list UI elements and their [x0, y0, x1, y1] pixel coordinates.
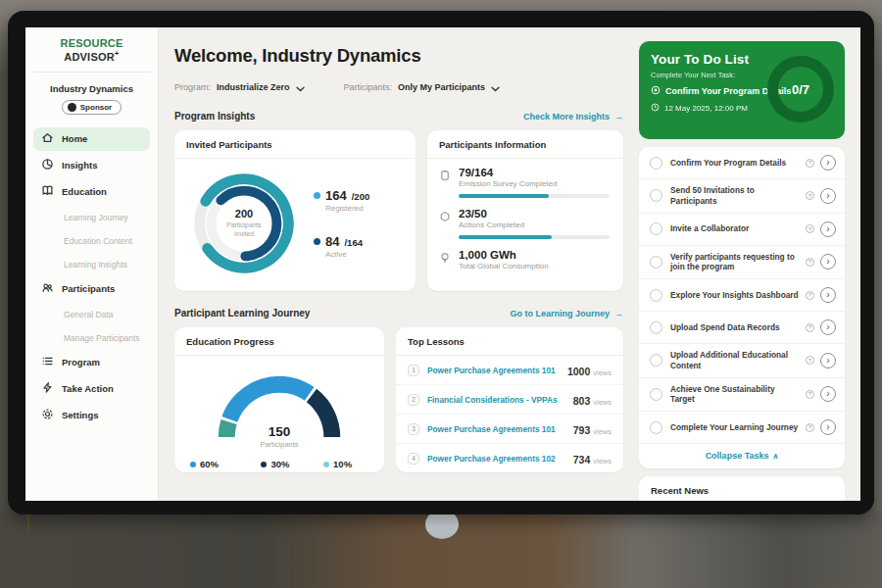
lesson-link[interactable]: Power Purchase Agreements 102: [427, 454, 565, 464]
logo-text-primary: RESOURCE: [61, 37, 123, 49]
lesson-rank: 2: [408, 394, 419, 406]
dashboard-screen: RESOURCE ADVISOR+ Industry Dynamics Spon…: [25, 27, 860, 501]
lesson-row: 3 Power Purchase Agreements 101 793views: [396, 415, 623, 444]
task-checkbox[interactable]: [650, 157, 662, 170]
sidebar-item-participants[interactable]: Participants: [33, 277, 150, 301]
sidebar-subitem-label: Learning Journey: [64, 213, 128, 222]
chevron-right-icon[interactable]: ›: [820, 319, 836, 335]
legend-dot: [314, 192, 320, 199]
chevron-right-icon[interactable]: ›: [820, 155, 836, 171]
program-dropdown[interactable]: Program: Industrialize Zero: [174, 78, 305, 96]
sidebar-item-label: Insights: [62, 160, 97, 171]
chevron-right-icon[interactable]: ›: [820, 419, 836, 435]
lesson-link[interactable]: Power Purchase Agreements 101: [427, 366, 560, 375]
invited-donut-chart: 200 Participants Invited: [186, 166, 302, 281]
participants-dropdown[interactable]: Participants: Only My Participants: [344, 78, 501, 96]
logo-plus: +: [115, 49, 120, 58]
go-to-learning-journey-link[interactable]: Go to Learning Journey →: [510, 309, 623, 318]
sidebar-item-education[interactable]: Education: [33, 180, 150, 204]
main-content: Welcome, Industry Dynamics Program: Indu…: [159, 27, 635, 501]
help-icon[interactable]: ?: [806, 390, 814, 399]
chevron-right-icon[interactable]: ›: [820, 221, 836, 237]
task-checkbox[interactable]: [650, 289, 662, 302]
task-checkbox[interactable]: [650, 222, 662, 235]
task-checkbox[interactable]: [650, 354, 662, 367]
help-icon[interactable]: ?: [806, 159, 814, 168]
lesson-rank: 4: [408, 453, 419, 465]
sidebar-item-education-content[interactable]: Education Content: [33, 230, 150, 253]
help-icon[interactable]: ?: [806, 291, 814, 300]
todo-task-row[interactable]: Verify participants requesting to join t…: [639, 246, 845, 280]
help-icon[interactable]: ?: [806, 323, 814, 332]
task-checkbox[interactable]: [650, 189, 662, 202]
task-label: Verify participants requesting to join t…: [662, 252, 806, 273]
sidebar-item-home[interactable]: Home: [33, 127, 150, 151]
todo-task-row[interactable]: Upload Spend Data Records ? ›: [639, 312, 845, 344]
help-icon[interactable]: ?: [806, 191, 814, 200]
sidebar-item-settings[interactable]: Settings: [33, 404, 150, 427]
chevron-right-icon[interactable]: ›: [820, 188, 836, 204]
participants-dropdown-label: Participants:: [344, 82, 393, 92]
chevron-right-icon[interactable]: ›: [820, 254, 836, 270]
views-suffix: views: [593, 368, 612, 377]
task-checkbox[interactable]: [650, 421, 662, 434]
task-label: Complete Your Learning Journey: [662, 422, 806, 433]
chevron-right-icon[interactable]: ›: [820, 386, 836, 402]
todo-task-row[interactable]: Send 50 Invitations to Participants ? ›: [639, 179, 845, 214]
lesson-rank: 3: [408, 423, 419, 435]
section-title: Participant Learning Journey: [174, 308, 310, 318]
legend-dot: [314, 238, 320, 245]
gauge-center-value: 150: [192, 424, 367, 439]
todo-task-row[interactable]: Explore Your Insights Dashboard ? ›: [639, 279, 845, 312]
stat-actions-completed: 23/50 Actions Completed: [439, 208, 610, 239]
lesson-link[interactable]: Power Purchase Agreements 101: [427, 424, 565, 434]
sidebar-item-program[interactable]: Program: [33, 351, 150, 374]
sidebar-item-learning-journey[interactable]: Learning Journey: [33, 207, 150, 229]
task-label: Upload Additional Educational Content: [662, 350, 806, 371]
task-checkbox[interactable]: [650, 321, 662, 334]
sidebar-item-label: Settings: [62, 410, 98, 420]
todo-task-row[interactable]: Confirm Your Program Details ? ›: [639, 147, 845, 179]
legend-label: Registered: [325, 204, 369, 213]
sponsor-label: Sponsor: [80, 103, 112, 112]
legend-value: 60%: [200, 459, 219, 469]
sidebar-item-general-data[interactable]: General Data: [33, 304, 150, 326]
sidebar-item-label: Home: [62, 133, 87, 144]
stat-emission-survey: 79/164 Emission Survey Completed: [439, 167, 610, 198]
views-suffix: views: [593, 427, 612, 436]
lesson-row: 2 Financial Considerations - VPPAs 803vi…: [396, 385, 623, 415]
todo-task-row[interactable]: Invite a Collaborator ? ›: [639, 214, 845, 246]
program-icon: [41, 355, 54, 369]
sidebar-item-manage-participants[interactable]: Manage Participants: [33, 327, 150, 350]
task-checkbox[interactable]: [650, 388, 662, 401]
task-checkbox[interactable]: [650, 256, 662, 269]
legend-denominator: /200: [352, 191, 370, 202]
chevron-right-icon[interactable]: ›: [820, 353, 836, 368]
help-icon[interactable]: ?: [806, 224, 814, 233]
todo-task-row[interactable]: Achieve One Sustainability Target ? ›: [639, 378, 845, 413]
help-icon[interactable]: ?: [806, 423, 814, 432]
program-dropdown-label: Program:: [174, 82, 211, 92]
task-label: Explore Your Insights Dashboard: [662, 290, 806, 301]
legend-dot: [190, 462, 196, 467]
chevron-right-icon[interactable]: ›: [820, 287, 836, 303]
todo-task-row[interactable]: Upload Additional Educational Content ? …: [639, 344, 845, 378]
help-icon[interactable]: ?: [806, 356, 814, 365]
check-more-insights-link[interactable]: Check More Insights →: [523, 112, 623, 122]
todo-task-row[interactable]: Complete Your Learning Journey ? ›: [639, 412, 845, 444]
lesson-row: 1 Power Purchase Agreements 101 1000view…: [396, 356, 623, 385]
lesson-link[interactable]: Financial Considerations - VPPAs: [427, 395, 565, 405]
collapse-tasks-link[interactable]: Collapse Tasks∧: [639, 444, 845, 468]
sidebar-item-insights[interactable]: Insights: [33, 154, 150, 177]
legend-value: 84: [325, 234, 339, 249]
participants-icon: [41, 281, 54, 296]
views-suffix: views: [593, 457, 612, 466]
sidebar-item-learning-insights[interactable]: Learning Insights: [33, 254, 150, 276]
sidebar-item-take-action[interactable]: Take Action: [33, 377, 150, 401]
progress-bar: [459, 235, 610, 239]
help-icon[interactable]: ?: [806, 258, 814, 267]
legend-label: Completed: [200, 470, 235, 472]
lesson-views: 793: [573, 424, 591, 436]
lesson-views: 1000: [567, 366, 590, 377]
card-title: Participants Information: [427, 130, 623, 159]
